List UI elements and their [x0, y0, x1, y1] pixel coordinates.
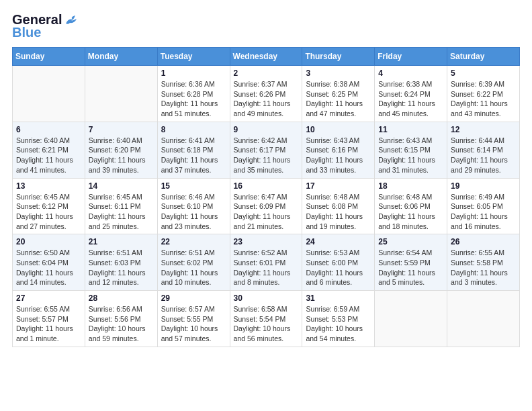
day-number: 1 [161, 68, 226, 78]
day-number: 26 [451, 237, 516, 246]
calendar-cell: 25Sunrise: 6:54 AM Sunset: 5:59 PM Dayli… [375, 234, 447, 291]
day-info: Sunrise: 6:45 AM Sunset: 6:12 PM Dayligh… [16, 192, 81, 232]
calendar-cell: 18Sunrise: 6:48 AM Sunset: 6:06 PM Dayli… [375, 178, 447, 234]
calendar-table: SundayMondayTuesdayWednesdayThursdayFrid… [12, 47, 520, 347]
calendar-cell: 10Sunrise: 6:43 AM Sunset: 6:16 PM Dayli… [302, 122, 375, 178]
calendar-cell [85, 66, 157, 122]
day-number: 30 [234, 293, 299, 303]
day-info: Sunrise: 6:44 AM Sunset: 6:14 PM Dayligh… [451, 136, 516, 175]
calendar-cell: 12Sunrise: 6:44 AM Sunset: 6:14 PM Dayli… [447, 122, 520, 178]
day-number: 23 [234, 237, 299, 246]
day-number: 8 [161, 125, 226, 134]
calendar-cell: 5Sunrise: 6:39 AM Sunset: 6:22 PM Daylig… [447, 66, 520, 122]
calendar-cell: 16Sunrise: 6:47 AM Sunset: 6:09 PM Dayli… [230, 178, 302, 234]
day-info: Sunrise: 6:52 AM Sunset: 6:01 PM Dayligh… [234, 248, 299, 287]
day-info: Sunrise: 6:43 AM Sunset: 6:15 PM Dayligh… [378, 136, 443, 175]
day-number: 3 [306, 68, 371, 78]
day-info: Sunrise: 6:42 AM Sunset: 6:17 PM Dayligh… [234, 136, 299, 175]
calendar-cell: 27Sunrise: 6:55 AM Sunset: 5:57 PM Dayli… [13, 291, 85, 347]
day-number: 22 [161, 237, 226, 246]
day-number: 4 [378, 68, 443, 78]
day-number: 15 [161, 181, 226, 191]
week-row-2: 6Sunrise: 6:40 AM Sunset: 6:21 PM Daylig… [13, 122, 520, 178]
calendar-cell: 21Sunrise: 6:51 AM Sunset: 6:03 PM Dayli… [85, 234, 157, 291]
day-number: 28 [89, 293, 154, 303]
calendar-cell: 31Sunrise: 6:59 AM Sunset: 5:53 PM Dayli… [302, 291, 375, 347]
day-number: 27 [16, 293, 81, 303]
calendar-cell [447, 291, 520, 347]
day-info: Sunrise: 6:41 AM Sunset: 6:18 PM Dayligh… [161, 136, 226, 175]
day-info: Sunrise: 6:55 AM Sunset: 5:57 PM Dayligh… [16, 304, 81, 344]
day-info: Sunrise: 6:43 AM Sunset: 6:16 PM Dayligh… [306, 136, 371, 175]
week-row-1: 1Sunrise: 6:36 AM Sunset: 6:28 PM Daylig… [13, 66, 520, 122]
calendar-cell: 13Sunrise: 6:45 AM Sunset: 6:12 PM Dayli… [13, 178, 85, 234]
day-number: 2 [234, 68, 299, 78]
calendar-cell [375, 291, 447, 347]
day-info: Sunrise: 6:36 AM Sunset: 6:28 PM Dayligh… [161, 79, 226, 119]
day-info: Sunrise: 6:49 AM Sunset: 6:05 PM Dayligh… [451, 192, 516, 232]
calendar-cell [13, 66, 85, 122]
day-number: 9 [234, 125, 299, 134]
day-info: Sunrise: 6:39 AM Sunset: 6:22 PM Dayligh… [451, 79, 516, 119]
calendar-cell: 26Sunrise: 6:55 AM Sunset: 5:58 PM Dayli… [447, 234, 520, 291]
day-number: 18 [378, 181, 443, 191]
day-number: 21 [89, 237, 154, 246]
day-number: 17 [306, 181, 371, 191]
calendar-cell: 1Sunrise: 6:36 AM Sunset: 6:28 PM Daylig… [157, 66, 230, 122]
day-info: Sunrise: 6:40 AM Sunset: 6:20 PM Dayligh… [89, 136, 154, 175]
day-info: Sunrise: 6:51 AM Sunset: 6:03 PM Dayligh… [89, 248, 154, 287]
day-number: 19 [451, 181, 516, 191]
day-number: 24 [306, 237, 371, 246]
calendar-cell: 11Sunrise: 6:43 AM Sunset: 6:15 PM Dayli… [375, 122, 447, 178]
day-info: Sunrise: 6:47 AM Sunset: 6:09 PM Dayligh… [234, 192, 299, 232]
calendar-cell: 7Sunrise: 6:40 AM Sunset: 6:20 PM Daylig… [85, 122, 157, 178]
header: General Blue [12, 12, 520, 40]
weekday-header-saturday: Saturday [447, 48, 520, 66]
day-number: 16 [234, 181, 299, 191]
week-row-5: 27Sunrise: 6:55 AM Sunset: 5:57 PM Dayli… [13, 291, 520, 347]
weekday-header-sunday: Sunday [13, 48, 85, 66]
day-number: 6 [16, 125, 81, 134]
day-info: Sunrise: 6:48 AM Sunset: 6:06 PM Dayligh… [378, 192, 443, 232]
weekday-header-wednesday: Wednesday [230, 48, 302, 66]
day-number: 13 [16, 181, 81, 191]
day-info: Sunrise: 6:58 AM Sunset: 5:54 PM Dayligh… [234, 304, 299, 344]
day-number: 25 [378, 237, 443, 246]
weekday-header-friday: Friday [375, 48, 447, 66]
day-info: Sunrise: 6:51 AM Sunset: 6:02 PM Dayligh… [161, 248, 226, 287]
weekday-header-tuesday: Tuesday [157, 48, 230, 66]
calendar-cell: 24Sunrise: 6:53 AM Sunset: 6:00 PM Dayli… [302, 234, 375, 291]
day-info: Sunrise: 6:40 AM Sunset: 6:21 PM Dayligh… [16, 136, 81, 175]
day-number: 14 [89, 181, 154, 191]
day-number: 7 [89, 125, 154, 134]
calendar-cell: 8Sunrise: 6:41 AM Sunset: 6:18 PM Daylig… [157, 122, 230, 178]
day-info: Sunrise: 6:55 AM Sunset: 5:58 PM Dayligh… [451, 248, 516, 287]
calendar-cell: 19Sunrise: 6:49 AM Sunset: 6:05 PM Dayli… [447, 178, 520, 234]
week-row-4: 20Sunrise: 6:50 AM Sunset: 6:04 PM Dayli… [13, 234, 520, 291]
calendar-cell: 23Sunrise: 6:52 AM Sunset: 6:01 PM Dayli… [230, 234, 302, 291]
day-number: 10 [306, 125, 371, 134]
weekday-header-monday: Monday [85, 48, 157, 66]
calendar-cell: 2Sunrise: 6:37 AM Sunset: 6:26 PM Daylig… [230, 66, 302, 122]
day-number: 11 [378, 125, 443, 134]
day-info: Sunrise: 6:45 AM Sunset: 6:11 PM Dayligh… [89, 192, 154, 232]
logo: General Blue [12, 12, 78, 40]
weekday-header-row: SundayMondayTuesdayWednesdayThursdayFrid… [13, 48, 520, 66]
calendar-cell: 29Sunrise: 6:57 AM Sunset: 5:55 PM Dayli… [157, 291, 230, 347]
day-number: 20 [16, 237, 81, 246]
day-info: Sunrise: 6:59 AM Sunset: 5:53 PM Dayligh… [306, 304, 371, 344]
day-number: 29 [161, 293, 226, 303]
week-row-3: 13Sunrise: 6:45 AM Sunset: 6:12 PM Dayli… [13, 178, 520, 234]
day-info: Sunrise: 6:50 AM Sunset: 6:04 PM Dayligh… [16, 248, 81, 287]
day-info: Sunrise: 6:38 AM Sunset: 6:25 PM Dayligh… [306, 79, 371, 119]
calendar-cell: 28Sunrise: 6:56 AM Sunset: 5:56 PM Dayli… [85, 291, 157, 347]
day-info: Sunrise: 6:56 AM Sunset: 5:56 PM Dayligh… [89, 304, 154, 344]
calendar-cell: 30Sunrise: 6:58 AM Sunset: 5:54 PM Dayli… [230, 291, 302, 347]
logo-blue: Blue [12, 25, 41, 40]
logo-bird-icon [63, 14, 78, 26]
calendar-cell: 4Sunrise: 6:38 AM Sunset: 6:24 PM Daylig… [375, 66, 447, 122]
weekday-header-thursday: Thursday [302, 48, 375, 66]
calendar-cell: 22Sunrise: 6:51 AM Sunset: 6:02 PM Dayli… [157, 234, 230, 291]
calendar-cell: 20Sunrise: 6:50 AM Sunset: 6:04 PM Dayli… [13, 234, 85, 291]
day-number: 12 [451, 125, 516, 134]
